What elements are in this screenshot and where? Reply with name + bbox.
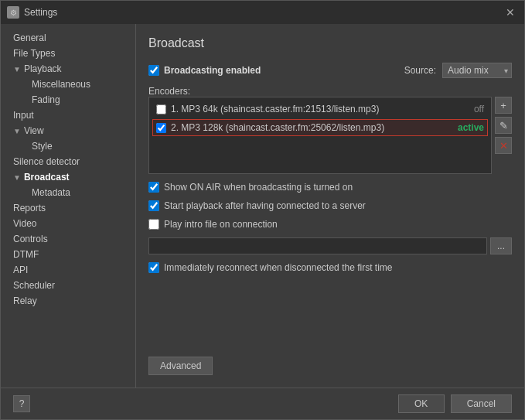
play-intro-row: Play intro file on connection — [148, 219, 512, 230]
sidebar-item-label-broadcast: Broadcast — [24, 172, 70, 183]
play-intro-label: Play intro file on connection — [164, 219, 278, 230]
sidebar-item-label: Playback — [24, 63, 62, 74]
sidebar-item-scheduler[interactable]: Scheduler — [1, 278, 135, 293]
source-select-wrapper: Audio mix — [442, 63, 512, 78]
broadcasting-enabled-row: Broadcasting enabled Source: Audio mix — [148, 63, 512, 78]
page-title: Broadcast — [148, 36, 512, 50]
advanced-section: Advanced — [148, 357, 512, 375]
expand-icon-broadcast: ▼ — [13, 173, 21, 182]
browse-button[interactable]: ... — [490, 237, 512, 254]
encoder-row-1[interactable]: 1. MP3 64k (shaincast.caster.fm:21513/li… — [152, 101, 488, 118]
play-intro-checkbox[interactable] — [148, 219, 159, 230]
sidebar-item-controls[interactable]: Controls — [1, 231, 135, 247]
broadcasting-enabled-checkbox[interactable] — [148, 65, 159, 76]
sidebar-item-general[interactable]: General — [1, 30, 135, 46]
encoder-2-label: 2. MP3 128k (shaincast.caster.fm:25062/l… — [171, 122, 384, 133]
sidebar-group-broadcast[interactable]: ▼ Broadcast — [1, 169, 135, 185]
source-select[interactable]: Audio mix — [442, 63, 512, 78]
encoders-list: 1. MP3 64k (shaincast.caster.fm:21513/li… — [148, 97, 492, 174]
sidebar-item-silence-detector[interactable]: Silence detector — [1, 154, 135, 169]
broadcasting-enabled-label: Broadcasting enabled — [164, 65, 261, 76]
broadcasting-enabled-check[interactable]: Broadcasting enabled — [148, 65, 261, 76]
help-button[interactable]: ? — [13, 395, 30, 412]
expand-icon: ▼ — [13, 65, 21, 73]
cancel-button[interactable]: Cancel — [451, 394, 512, 413]
expand-icon-view: ▼ — [13, 127, 21, 135]
reconnect-row: Immediately reconnect when disconnected … — [148, 262, 512, 273]
ok-button[interactable]: OK — [398, 394, 445, 413]
sidebar-item-video[interactable]: Video — [1, 216, 135, 231]
source-label: Source: — [404, 65, 436, 76]
show-on-air-row: Show ON AIR when broadcasting is turned … — [148, 182, 512, 193]
encoder-1-checkbox[interactable] — [156, 104, 166, 114]
title-bar: ⚙ Settings ✕ — [1, 1, 524, 24]
content-area: General File Types ▼ Playback Miscellane… — [1, 24, 524, 388]
start-playback-checkbox[interactable] — [148, 200, 159, 211]
sidebar-item-input[interactable]: Input — [1, 108, 135, 123]
sidebar-item-fading[interactable]: Fading — [1, 92, 135, 108]
advanced-button[interactable]: Advanced — [148, 357, 213, 375]
path-row: ... — [148, 237, 512, 254]
encoders-section: Encoders: 1. MP3 64k (shaincast.caster.f… — [148, 86, 512, 174]
spacer — [148, 281, 512, 349]
sidebar-group-playback[interactable]: ▼ Playback — [1, 61, 135, 77]
sidebar-item-api[interactable]: API — [1, 262, 135, 278]
sidebar-item-dtmf[interactable]: DTMF — [1, 247, 135, 262]
start-playback-row: Start playback after having connected to… — [148, 200, 512, 211]
dialog-buttons: OK Cancel — [398, 394, 512, 413]
sidebar-item-reports[interactable]: Reports — [1, 200, 135, 216]
window-title: Settings — [24, 7, 498, 18]
main-panel: Broadcast Broadcasting enabled Source: A… — [136, 24, 524, 388]
path-input[interactable] — [148, 237, 487, 254]
window-icon: ⚙ — [7, 6, 19, 19]
encoder-2-status: active — [458, 122, 484, 133]
encoders-container: 1. MP3 64k (shaincast.caster.fm:21513/li… — [148, 97, 512, 174]
encoder-2-checkbox[interactable] — [156, 123, 166, 133]
settings-window: ⚙ Settings ✕ General File Types ▼ Playba… — [0, 0, 525, 420]
sidebar-item-metadata[interactable]: Metadata — [1, 185, 135, 200]
sidebar-item-miscellaneous[interactable]: Miscellaneous — [1, 77, 135, 92]
close-button[interactable]: ✕ — [503, 5, 518, 20]
add-encoder-button[interactable]: + — [495, 97, 512, 114]
encoder-row-2[interactable]: 2. MP3 128k (shaincast.caster.fm:25062/l… — [152, 119, 488, 136]
start-playback-label: Start playback after having connected to… — [164, 200, 366, 211]
edit-encoder-button[interactable]: ✎ — [495, 117, 512, 134]
delete-encoder-button[interactable]: ✕ — [495, 137, 512, 154]
encoder-side-buttons: + ✎ ✕ — [495, 97, 512, 174]
show-on-air-checkbox[interactable] — [148, 182, 159, 193]
sidebar-item-file-types[interactable]: File Types — [1, 46, 135, 61]
sidebar-item-style[interactable]: Style — [1, 138, 135, 154]
sidebar-group-view[interactable]: ▼ View — [1, 123, 135, 138]
show-on-air-label: Show ON AIR when broadcasting is turned … — [164, 182, 353, 193]
sidebar: General File Types ▼ Playback Miscellane… — [1, 24, 136, 388]
sidebar-item-label-view: View — [24, 125, 44, 136]
bottom-bar: ? OK Cancel — [1, 388, 524, 419]
sidebar-item-relay[interactable]: Relay — [1, 293, 135, 309]
encoder-1-status: off — [474, 104, 484, 114]
encoders-label: Encoders: — [148, 86, 512, 97]
reconnect-checkbox[interactable] — [148, 262, 159, 273]
reconnect-label: Immediately reconnect when disconnected … — [164, 262, 392, 273]
encoder-1-label: 1. MP3 64k (shaincast.caster.fm:21513/li… — [171, 104, 379, 114]
